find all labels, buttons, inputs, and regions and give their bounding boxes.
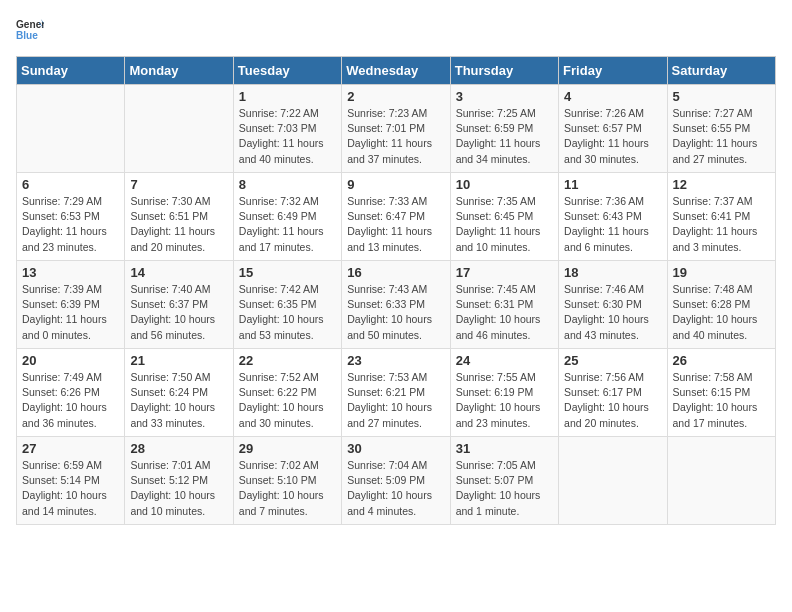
day-info: Sunrise: 7:45 AM Sunset: 6:31 PM Dayligh… [456,282,553,343]
calendar-cell: 31Sunrise: 7:05 AM Sunset: 5:07 PM Dayli… [450,437,558,525]
calendar-cell: 24Sunrise: 7:55 AM Sunset: 6:19 PM Dayli… [450,349,558,437]
calendar-cell: 28Sunrise: 7:01 AM Sunset: 5:12 PM Dayli… [125,437,233,525]
calendar-week-row: 1Sunrise: 7:22 AM Sunset: 7:03 PM Daylig… [17,85,776,173]
calendar-cell: 5Sunrise: 7:27 AM Sunset: 6:55 PM Daylig… [667,85,775,173]
day-info: Sunrise: 7:29 AM Sunset: 6:53 PM Dayligh… [22,194,119,255]
logo: General Blue [16,16,48,44]
day-info: Sunrise: 7:23 AM Sunset: 7:01 PM Dayligh… [347,106,444,167]
day-info: Sunrise: 7:04 AM Sunset: 5:09 PM Dayligh… [347,458,444,519]
day-number: 31 [456,441,553,456]
day-number: 10 [456,177,553,192]
day-number: 21 [130,353,227,368]
day-info: Sunrise: 7:39 AM Sunset: 6:39 PM Dayligh… [22,282,119,343]
calendar-cell: 18Sunrise: 7:46 AM Sunset: 6:30 PM Dayli… [559,261,667,349]
day-number: 2 [347,89,444,104]
calendar-cell: 26Sunrise: 7:58 AM Sunset: 6:15 PM Dayli… [667,349,775,437]
day-info: Sunrise: 7:27 AM Sunset: 6:55 PM Dayligh… [673,106,770,167]
day-info: Sunrise: 7:05 AM Sunset: 5:07 PM Dayligh… [456,458,553,519]
day-number: 23 [347,353,444,368]
calendar-cell: 23Sunrise: 7:53 AM Sunset: 6:21 PM Dayli… [342,349,450,437]
weekday-header-friday: Friday [559,57,667,85]
day-number: 16 [347,265,444,280]
calendar-table: SundayMondayTuesdayWednesdayThursdayFrid… [16,56,776,525]
day-info: Sunrise: 7:33 AM Sunset: 6:47 PM Dayligh… [347,194,444,255]
day-info: Sunrise: 7:32 AM Sunset: 6:49 PM Dayligh… [239,194,336,255]
calendar-cell: 22Sunrise: 7:52 AM Sunset: 6:22 PM Dayli… [233,349,341,437]
svg-text:Blue: Blue [16,30,38,41]
calendar-header: SundayMondayTuesdayWednesdayThursdayFrid… [17,57,776,85]
weekday-header-thursday: Thursday [450,57,558,85]
calendar-cell: 11Sunrise: 7:36 AM Sunset: 6:43 PM Dayli… [559,173,667,261]
day-info: Sunrise: 7:25 AM Sunset: 6:59 PM Dayligh… [456,106,553,167]
day-info: Sunrise: 7:55 AM Sunset: 6:19 PM Dayligh… [456,370,553,431]
day-number: 30 [347,441,444,456]
day-number: 20 [22,353,119,368]
page-header: General Blue [16,16,776,44]
day-info: Sunrise: 7:56 AM Sunset: 6:17 PM Dayligh… [564,370,661,431]
calendar-cell: 14Sunrise: 7:40 AM Sunset: 6:37 PM Dayli… [125,261,233,349]
day-number: 13 [22,265,119,280]
calendar-cell: 2Sunrise: 7:23 AM Sunset: 7:01 PM Daylig… [342,85,450,173]
calendar-cell: 16Sunrise: 7:43 AM Sunset: 6:33 PM Dayli… [342,261,450,349]
day-number: 27 [22,441,119,456]
calendar-cell: 6Sunrise: 7:29 AM Sunset: 6:53 PM Daylig… [17,173,125,261]
day-info: Sunrise: 7:58 AM Sunset: 6:15 PM Dayligh… [673,370,770,431]
day-number: 25 [564,353,661,368]
calendar-cell: 15Sunrise: 7:42 AM Sunset: 6:35 PM Dayli… [233,261,341,349]
logo-icon: General Blue [16,16,44,44]
calendar-cell: 3Sunrise: 7:25 AM Sunset: 6:59 PM Daylig… [450,85,558,173]
day-info: Sunrise: 7:49 AM Sunset: 6:26 PM Dayligh… [22,370,119,431]
day-number: 9 [347,177,444,192]
calendar-cell [667,437,775,525]
day-number: 7 [130,177,227,192]
day-number: 19 [673,265,770,280]
calendar-week-row: 6Sunrise: 7:29 AM Sunset: 6:53 PM Daylig… [17,173,776,261]
day-info: Sunrise: 7:22 AM Sunset: 7:03 PM Dayligh… [239,106,336,167]
day-info: Sunrise: 7:01 AM Sunset: 5:12 PM Dayligh… [130,458,227,519]
day-info: Sunrise: 7:35 AM Sunset: 6:45 PM Dayligh… [456,194,553,255]
day-number: 24 [456,353,553,368]
day-number: 12 [673,177,770,192]
day-info: Sunrise: 7:40 AM Sunset: 6:37 PM Dayligh… [130,282,227,343]
day-info: Sunrise: 7:26 AM Sunset: 6:57 PM Dayligh… [564,106,661,167]
day-info: Sunrise: 7:53 AM Sunset: 6:21 PM Dayligh… [347,370,444,431]
day-info: Sunrise: 7:37 AM Sunset: 6:41 PM Dayligh… [673,194,770,255]
day-number: 3 [456,89,553,104]
day-number: 6 [22,177,119,192]
calendar-cell: 13Sunrise: 7:39 AM Sunset: 6:39 PM Dayli… [17,261,125,349]
calendar-cell: 17Sunrise: 7:45 AM Sunset: 6:31 PM Dayli… [450,261,558,349]
calendar-cell: 20Sunrise: 7:49 AM Sunset: 6:26 PM Dayli… [17,349,125,437]
day-number: 26 [673,353,770,368]
weekday-header-monday: Monday [125,57,233,85]
day-number: 1 [239,89,336,104]
calendar-cell: 9Sunrise: 7:33 AM Sunset: 6:47 PM Daylig… [342,173,450,261]
day-info: Sunrise: 7:50 AM Sunset: 6:24 PM Dayligh… [130,370,227,431]
calendar-cell: 30Sunrise: 7:04 AM Sunset: 5:09 PM Dayli… [342,437,450,525]
day-info: Sunrise: 7:52 AM Sunset: 6:22 PM Dayligh… [239,370,336,431]
calendar-cell: 7Sunrise: 7:30 AM Sunset: 6:51 PM Daylig… [125,173,233,261]
day-info: Sunrise: 7:48 AM Sunset: 6:28 PM Dayligh… [673,282,770,343]
weekday-header-tuesday: Tuesday [233,57,341,85]
calendar-week-row: 13Sunrise: 7:39 AM Sunset: 6:39 PM Dayli… [17,261,776,349]
calendar-week-row: 27Sunrise: 6:59 AM Sunset: 5:14 PM Dayli… [17,437,776,525]
weekday-header-wednesday: Wednesday [342,57,450,85]
calendar-cell: 4Sunrise: 7:26 AM Sunset: 6:57 PM Daylig… [559,85,667,173]
calendar-cell: 21Sunrise: 7:50 AM Sunset: 6:24 PM Dayli… [125,349,233,437]
day-info: Sunrise: 7:42 AM Sunset: 6:35 PM Dayligh… [239,282,336,343]
day-number: 28 [130,441,227,456]
calendar-cell [125,85,233,173]
day-info: Sunrise: 7:30 AM Sunset: 6:51 PM Dayligh… [130,194,227,255]
calendar-week-row: 20Sunrise: 7:49 AM Sunset: 6:26 PM Dayli… [17,349,776,437]
weekday-header-row: SundayMondayTuesdayWednesdayThursdayFrid… [17,57,776,85]
calendar-cell: 27Sunrise: 6:59 AM Sunset: 5:14 PM Dayli… [17,437,125,525]
day-number: 17 [456,265,553,280]
day-number: 8 [239,177,336,192]
calendar-body: 1Sunrise: 7:22 AM Sunset: 7:03 PM Daylig… [17,85,776,525]
svg-text:General: General [16,19,44,30]
calendar-cell: 19Sunrise: 7:48 AM Sunset: 6:28 PM Dayli… [667,261,775,349]
calendar-cell: 25Sunrise: 7:56 AM Sunset: 6:17 PM Dayli… [559,349,667,437]
day-number: 4 [564,89,661,104]
day-number: 22 [239,353,336,368]
calendar-cell [559,437,667,525]
calendar-cell: 8Sunrise: 7:32 AM Sunset: 6:49 PM Daylig… [233,173,341,261]
